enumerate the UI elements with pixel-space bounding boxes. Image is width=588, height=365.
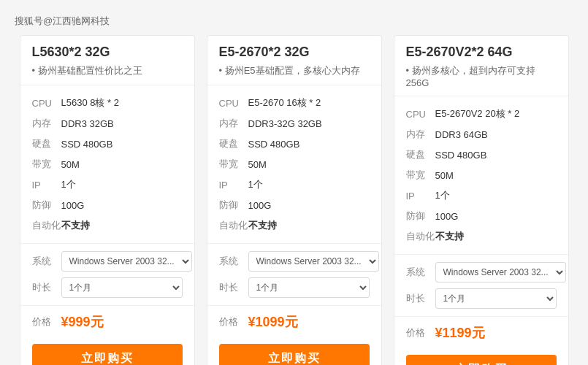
spec-value-2-5: 1个 xyxy=(248,178,263,191)
spec-value-3-3: SSD 480GB xyxy=(435,150,487,161)
system-select-2[interactable]: Windows Server 2003 32...Windows Server … xyxy=(248,251,379,272)
spec-value-2-7: 不支持 xyxy=(248,219,277,232)
duration-row-3: 时长1个月3个月6个月1年 xyxy=(406,288,557,309)
spec-value-2-2: DDR3-32G 32GB xyxy=(248,118,322,129)
card-title-1: L5630*2 32G xyxy=(32,45,183,60)
card-selects-3: 系统Windows Server 2003 32...Windows Serve… xyxy=(394,255,568,317)
duration-label-2: 时长 xyxy=(219,281,248,294)
spec-row-1-1: CPUL5630 8核 * 2 xyxy=(32,93,183,113)
spec-value-3-2: DDR3 64GB xyxy=(435,129,488,140)
system-row-3: 系统Windows Server 2003 32...Windows Serve… xyxy=(406,262,557,283)
spec-value-1-4: 50M xyxy=(61,159,80,170)
price-row-1: 价格¥999元 xyxy=(32,313,183,331)
card-subtitle-2: 扬州E5基础配置，多核心大内存 xyxy=(219,64,370,77)
spec-row-3-6: 防御100G xyxy=(406,206,557,226)
spec-row-3-4: 带宽50M xyxy=(406,165,557,185)
spec-row-2-1: CPUE5-2670 16核 * 2 xyxy=(219,93,370,113)
price-row-2: 价格¥1099元 xyxy=(219,313,370,331)
card-subtitle-1: 扬州基础配置性价比之王 xyxy=(32,64,183,77)
spec-label-3-1: CPU xyxy=(406,109,435,120)
card-price-section-3: 价格¥1199元 xyxy=(394,317,568,347)
system-row-1: 系统Windows Server 2003 32...Windows Serve… xyxy=(32,251,183,272)
spec-label-1-1: CPU xyxy=(32,98,61,109)
card-header-1: L5630*2 32G扬州基础配置性价比之王 xyxy=(20,36,194,85)
spec-row-1-7: 自动化不支持 xyxy=(32,215,183,236)
price-label-1: 价格 xyxy=(32,315,61,328)
price-value-2: ¥1099元 xyxy=(248,313,298,331)
spec-label-2-7: 自动化 xyxy=(219,219,248,232)
price-label-2: 价格 xyxy=(219,315,248,328)
spec-value-2-4: 50M xyxy=(248,159,267,170)
card-price-section-2: 价格¥1099元 xyxy=(207,306,381,337)
price-row-3: 价格¥1199元 xyxy=(406,324,557,342)
spec-row-3-2: 内存DDR3 64GB xyxy=(406,124,557,145)
spec-row-1-5: IP1个 xyxy=(32,174,183,195)
system-row-2: 系统Windows Server 2003 32...Windows Serve… xyxy=(219,251,370,272)
spec-row-2-5: IP1个 xyxy=(219,174,370,195)
duration-row-2: 时长1个月3个月6个月1年 xyxy=(219,277,370,298)
card-header-3: E5-2670V2*2 64G扬州多核心，超到内存可支持256G xyxy=(394,36,568,96)
card-subtitle-3: 扬州多核心，超到内存可支持256G xyxy=(406,64,557,88)
spec-value-3-5: 1个 xyxy=(435,189,450,202)
buy-button-2[interactable]: 立即购买 xyxy=(219,344,370,365)
duration-select-1[interactable]: 1个月3个月6个月1年 xyxy=(61,277,183,298)
spec-label-2-2: 内存 xyxy=(219,117,248,130)
price-label-3: 价格 xyxy=(406,326,435,339)
spec-label-3-3: 硬盘 xyxy=(406,148,435,161)
spec-value-2-6: 100G xyxy=(248,200,272,211)
spec-value-1-1: L5630 8核 * 2 xyxy=(61,96,120,110)
duration-select-2[interactable]: 1个月3个月6个月1年 xyxy=(248,277,370,298)
card-price-section-1: 价格¥999元 xyxy=(20,306,194,337)
spec-label-1-2: 内存 xyxy=(32,117,61,130)
spec-label-1-5: IP xyxy=(32,180,61,191)
spec-label-2-3: 硬盘 xyxy=(219,137,248,150)
system-label-1: 系统 xyxy=(32,255,61,268)
spec-value-1-7: 不支持 xyxy=(61,219,90,232)
spec-row-1-6: 防御100G xyxy=(32,195,183,215)
system-select-1[interactable]: Windows Server 2003 32...Windows Server … xyxy=(61,251,192,272)
spec-label-3-2: 内存 xyxy=(406,128,435,141)
spec-row-3-3: 硬盘SSD 480GB xyxy=(406,145,557,165)
spec-value-1-3: SSD 480GB xyxy=(61,139,113,150)
duration-select-3[interactable]: 1个月3个月6个月1年 xyxy=(435,288,557,309)
product-card-3: E5-2670V2*2 64G扬州多核心，超到内存可支持256GCPUE5-26… xyxy=(394,35,569,365)
buy-button-3[interactable]: 立即购买 xyxy=(406,355,557,365)
spec-row-2-2: 内存DDR3-32G 32GB xyxy=(219,113,370,134)
spec-row-1-2: 内存DDR3 32GB xyxy=(32,113,183,134)
price-value-1: ¥999元 xyxy=(61,313,104,331)
spec-label-2-5: IP xyxy=(219,180,248,191)
spec-row-1-3: 硬盘SSD 480GB xyxy=(32,134,183,154)
spec-row-2-3: 硬盘SSD 480GB xyxy=(219,134,370,154)
spec-label-2-1: CPU xyxy=(219,98,248,109)
spec-row-1-4: 带宽50M xyxy=(32,154,183,174)
spec-row-3-1: CPUE5-2670V2 20核 * 2 xyxy=(406,104,557,124)
spec-row-3-5: IP1个 xyxy=(406,185,557,206)
card-header-2: E5-2670*2 32G扬州E5基础配置，多核心大内存 xyxy=(207,36,381,85)
spec-value-1-5: 1个 xyxy=(61,178,76,191)
duration-row-1: 时长1个月3个月6个月1年 xyxy=(32,277,183,298)
spec-label-1-3: 硬盘 xyxy=(32,137,61,150)
spec-label-1-7: 自动化 xyxy=(32,219,61,232)
spec-value-3-4: 50M xyxy=(435,170,454,181)
cards-container: L5630*2 32G扬州基础配置性价比之王CPUL5630 8核 * 2内存D… xyxy=(15,35,573,365)
system-label-2: 系统 xyxy=(219,255,248,268)
spec-value-3-1: E5-2670V2 20核 * 2 xyxy=(435,107,520,120)
card-selects-1: 系统Windows Server 2003 32...Windows Serve… xyxy=(20,244,194,306)
card-specs-1: CPUL5630 8核 * 2内存DDR3 32GB硬盘SSD 480GB带宽5… xyxy=(20,85,194,244)
spec-label-1-6: 防御 xyxy=(32,199,61,212)
spec-label-3-7: 自动化 xyxy=(406,230,435,243)
spec-row-2-4: 带宽50M xyxy=(219,154,370,174)
spec-value-1-6: 100G xyxy=(61,200,85,211)
spec-row-3-7: 自动化不支持 xyxy=(406,226,557,247)
spec-label-3-4: 带宽 xyxy=(406,169,435,182)
price-value-3: ¥1199元 xyxy=(435,324,485,342)
buy-button-1[interactable]: 立即购买 xyxy=(32,344,183,365)
card-specs-3: CPUE5-2670V2 20核 * 2内存DDR3 64GB硬盘SSD 480… xyxy=(394,96,568,255)
spec-value-3-6: 100G xyxy=(435,211,459,222)
duration-label-1: 时长 xyxy=(32,281,61,294)
spec-label-2-6: 防御 xyxy=(219,199,248,212)
system-select-3[interactable]: Windows Server 2003 32...Windows Server … xyxy=(435,262,566,283)
spec-label-3-6: 防御 xyxy=(406,210,435,223)
spec-value-2-1: E5-2670 16核 * 2 xyxy=(248,96,321,110)
product-card-1: L5630*2 32G扬州基础配置性价比之王CPUL5630 8核 * 2内存D… xyxy=(20,35,195,365)
